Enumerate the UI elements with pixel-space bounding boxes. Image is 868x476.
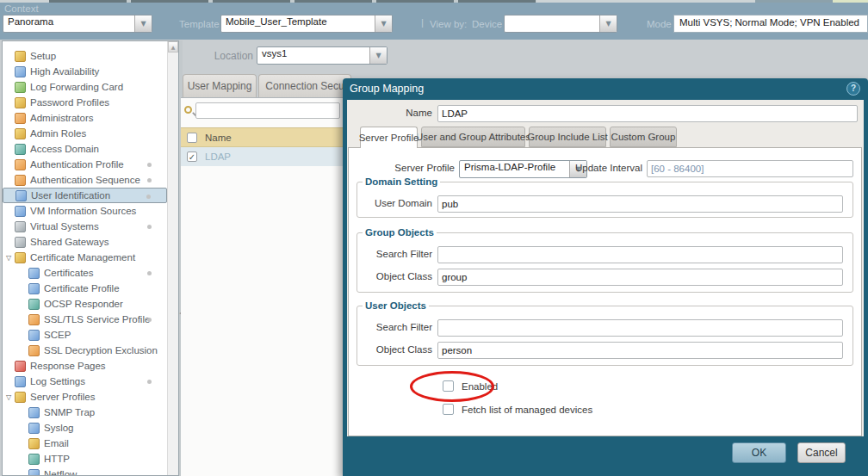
group-object-class-label: Object Class [357, 271, 432, 281]
panorama-app: Context Panorama ▼ Template Mobile_User_… [0, 0, 868, 476]
email-icon [28, 438, 40, 449]
mode-label: Mode [647, 19, 672, 29]
ok-button[interactable]: OK [732, 442, 786, 463]
sidebar-item-authentication-sequence[interactable]: Authentication Sequence [3, 172, 167, 188]
sidebar-item-log-forwarding-card[interactable]: Log Forwarding Card [3, 79, 167, 95]
sidebar-item-netflow[interactable]: Netflow [3, 467, 167, 476]
select-all-checkbox[interactable] [187, 133, 197, 143]
sidebar-item-http[interactable]: HTTP [3, 451, 167, 467]
cancel-button[interactable]: Cancel [797, 442, 846, 463]
location-select[interactable]: vsys1 ▼ [257, 46, 388, 65]
dialog-tab-user-and-group-attributes[interactable]: User and Group Attributes [421, 127, 525, 147]
dialog-tab-custom-group[interactable]: Custom Group [610, 127, 677, 147]
user-object-class-label: Object Class [357, 344, 432, 355]
scroll-up-icon[interactable]: ▲ [168, 41, 178, 53]
sidebar-item-label: Access Domain [30, 144, 99, 154]
sidebar-item-vm-information-sources[interactable]: VM Information Sources [3, 203, 167, 219]
help-icon[interactable]: ? [846, 82, 860, 96]
device-select[interactable]: ▼ [504, 15, 617, 33]
row-name-cell[interactable]: LDAP [205, 151, 231, 162]
sidebar-item-authentication-profile[interactable]: Authentication Profile [3, 157, 167, 172]
tab-connection-secu[interactable]: Connection Secu [258, 74, 351, 97]
location-select-value: vsys1 [257, 47, 369, 64]
sidebar-item-label: Certificates [44, 268, 94, 278]
sidebar-item-syslog[interactable]: Syslog [3, 420, 167, 436]
name-input[interactable] [437, 105, 858, 122]
server-profiles-icon [15, 392, 26, 403]
ssl-tls-service-profile-icon [28, 314, 40, 325]
sidebar-item-server-profiles[interactable]: ▽Server Profiles [3, 389, 167, 405]
sidebar-item-virtual-systems[interactable]: Virtual Systems [3, 219, 167, 234]
context-select[interactable]: Panorama ▼ [3, 15, 152, 33]
sidebar-item-user-identification[interactable]: User Identification [3, 188, 167, 203]
location-label: Location [181, 50, 253, 62]
sidebar-item-label: Response Pages [30, 361, 106, 371]
group-search-filter-input[interactable] [437, 246, 843, 263]
user-search-filter-input[interactable] [437, 319, 843, 337]
status-dot [147, 178, 152, 182]
sidebar-item-label: Administrators [30, 113, 94, 123]
syslog-icon [28, 423, 40, 434]
netflow-icon [28, 469, 40, 476]
domain-setting-fieldset: Domain Setting User Domain [356, 176, 853, 218]
status-dot [147, 380, 152, 384]
group-mapping-dialog: Group Mapping ? Name Server ProfileUser … [343, 78, 868, 476]
response-pages-icon [15, 361, 26, 372]
sidebar-item-label: OCSP Responder [44, 299, 123, 309]
name-label: Name [347, 108, 432, 118]
dialog-tab-group-include-list[interactable]: Group Include List [529, 127, 606, 147]
authentication-sequence-icon [15, 175, 26, 186]
template-select[interactable]: Mobile_User_Template ▼ [220, 15, 393, 33]
setup-icon [15, 51, 26, 62]
status-dot [147, 271, 152, 275]
fetch-managed-devices-label: Fetch list of managed devices [462, 405, 592, 415]
sidebar-item-label: Virtual Systems [30, 221, 99, 232]
sidebar-item-ssl-tls-service-profile[interactable]: SSL/TLS Service Profile [3, 312, 167, 327]
fetch-managed-devices-checkbox[interactable] [443, 404, 454, 415]
chevron-down-icon[interactable]: ▼ [369, 47, 387, 64]
group-object-class-input[interactable] [437, 269, 843, 286]
server-profile-tab-panel: Server Profile Prisma-LDAP-Profile ▼ Upd… [348, 147, 862, 436]
sidebar-item-label: Shared Gateways [30, 237, 108, 247]
sidebar-item-certificates[interactable]: Certificates [3, 265, 167, 281]
search-input[interactable] [195, 102, 340, 119]
status-dot [146, 195, 151, 199]
sidebar-item-response-pages[interactable]: Response Pages [3, 358, 167, 374]
snmp-trap-icon [28, 407, 40, 418]
sidebar-item-scep[interactable]: SCEP [3, 327, 167, 343]
sidebar-item-label: Authentication Profile [30, 159, 124, 170]
sidebar-item-certificate-management[interactable]: ▽Certificate Management [3, 250, 167, 265]
sidebar-item-label: Email [44, 438, 69, 448]
sidebar-item-access-domain[interactable]: Access Domain [3, 141, 167, 157]
row-checkbox[interactable]: ✓ [187, 151, 197, 162]
sidebar-item-ocsp-responder[interactable]: OCSP Responder [3, 296, 167, 312]
sidebar-item-administrators[interactable]: Administrators [3, 110, 167, 126]
sidebar-item-email[interactable]: Email [3, 436, 167, 451]
context-select-value: Panorama [3, 15, 134, 32]
sidebar-item-log-settings[interactable]: Log Settings [3, 374, 167, 389]
chevron-down-icon[interactable]: ▼ [134, 15, 152, 32]
sidebar-item-label: HTTP [44, 454, 70, 464]
tree-expander-icon[interactable]: ▽ [3, 393, 15, 401]
sidebar-item-ssl-decryption-exclusion[interactable]: SSL Decryption Exclusion [3, 343, 167, 358]
user-domain-input[interactable] [437, 195, 843, 213]
sidebar-item-shared-gateways[interactable]: Shared Gateways [3, 234, 167, 250]
sidebar-item-label: Certificate Management [30, 252, 135, 263]
certificates-icon [28, 268, 40, 279]
user-object-class-input[interactable] [437, 342, 843, 359]
dialog-tab-server-profile[interactable]: Server Profile [360, 127, 418, 148]
group-search-filter-label: Search Filter [357, 249, 432, 259]
sidebar-item-admin-roles[interactable]: Admin Roles [3, 126, 167, 141]
sidebar-scrollbar[interactable]: ▲ [167, 41, 178, 475]
update-interval-input[interactable] [647, 160, 853, 177]
sidebar-item-high-availability[interactable]: High Availability [3, 64, 167, 79]
sidebar-item-setup[interactable]: Setup [3, 48, 167, 64]
chevron-down-icon[interactable]: ▼ [599, 15, 617, 32]
server-profile-label: Server Profile [349, 163, 455, 173]
tab-user-mapping[interactable]: User Mapping [183, 74, 257, 97]
chevron-down-icon[interactable]: ▼ [375, 15, 392, 32]
tree-expander-icon[interactable]: ▽ [3, 254, 15, 262]
sidebar-item-password-profiles[interactable]: Password Profiles [3, 95, 167, 110]
sidebar-item-certificate-profile[interactable]: Certificate Profile [3, 281, 167, 296]
sidebar-item-snmp-trap[interactable]: SNMP Trap [3, 405, 167, 420]
